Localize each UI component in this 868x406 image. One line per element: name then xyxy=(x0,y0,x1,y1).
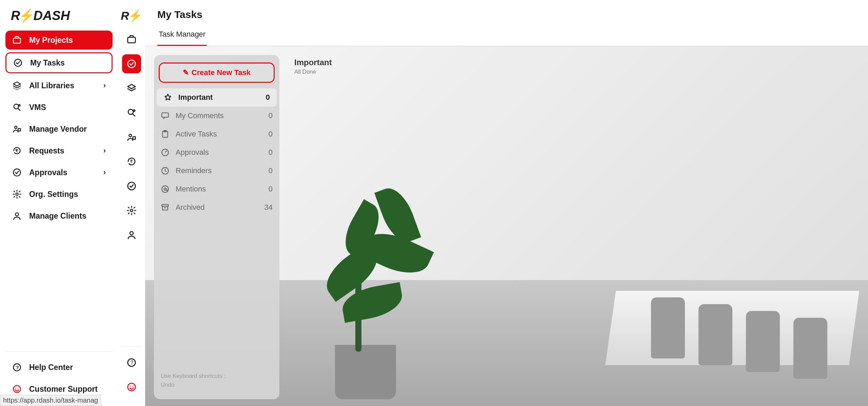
svg-point-23 xyxy=(130,209,133,212)
support-icon xyxy=(12,384,22,394)
nav-list: My Projects My Tasks All Libraries › VMS… xyxy=(5,31,113,351)
category-approvals[interactable]: Approvals 0 xyxy=(154,143,279,162)
sidebar-item-requests[interactable]: ₹ Requests › xyxy=(5,141,113,160)
decorative-chair xyxy=(793,318,827,379)
svg-point-9 xyxy=(15,213,18,216)
help-icon: ? xyxy=(12,363,22,372)
sidebar-narrow: R ⚡ ₹ ? xyxy=(118,0,145,406)
category-count: 0 xyxy=(269,166,273,175)
sidebar-item-my-projects[interactable]: My Projects xyxy=(5,31,113,50)
bolt-icon: ⚡ xyxy=(128,9,142,22)
create-new-task-button[interactable]: ✎ Create New Task xyxy=(159,62,275,83)
vendor-icon xyxy=(12,124,22,134)
category-archived[interactable]: Archived 34 xyxy=(154,198,279,217)
layers-icon xyxy=(12,81,22,90)
brand-dash: DASH xyxy=(33,8,70,23)
svg-text:₹: ₹ xyxy=(15,148,18,153)
category-label: Archived xyxy=(176,203,205,212)
svg-rect-5 xyxy=(18,129,21,131)
narrow-item-requests[interactable]: ₹ xyxy=(122,152,141,171)
hint-line: Use Keyboard shortcuts : xyxy=(161,373,225,379)
narrow-item-my-tasks[interactable] xyxy=(122,54,141,73)
at-icon xyxy=(161,185,170,193)
nav-label: Help Center xyxy=(29,363,73,372)
category-active-tasks[interactable]: Active Tasks 0 xyxy=(154,125,279,143)
hint-undo: Undo xyxy=(161,382,273,388)
sidebar-item-all-libraries[interactable]: All Libraries › xyxy=(5,76,113,95)
svg-rect-20 xyxy=(133,137,136,140)
check-circle-icon xyxy=(13,58,23,68)
tab-task-manager[interactable]: Task Manager xyxy=(157,24,207,46)
svg-point-1 xyxy=(15,59,22,67)
sidebar-item-org-settings[interactable]: Org. Settings xyxy=(5,185,113,204)
sidebar-item-vms[interactable]: VMS xyxy=(5,98,113,117)
chevron-right-icon: › xyxy=(103,146,106,155)
narrow-item-customer-support[interactable] xyxy=(122,377,141,396)
search-settings-icon xyxy=(12,103,22,112)
narrow-item-all-libraries[interactable] xyxy=(122,79,141,98)
narrow-item-approvals[interactable] xyxy=(122,177,141,196)
person-icon xyxy=(12,211,22,221)
page-header: My Tasks xyxy=(145,0,868,24)
sidebar-footer: ? Help Center Customer Support xyxy=(5,351,113,401)
category-reminders[interactable]: Reminders 0 xyxy=(154,162,279,180)
shortcut-hint: Use Keyboard shortcuts : Undo xyxy=(154,368,279,393)
gauge-icon xyxy=(161,148,170,157)
svg-point-17 xyxy=(128,109,133,114)
category-count: 34 xyxy=(264,203,273,212)
svg-point-28 xyxy=(130,386,131,387)
sidebar-item-approvals[interactable]: Approvals › xyxy=(5,163,113,182)
narrow-item-manage-clients[interactable] xyxy=(122,225,141,244)
category-count: 0 xyxy=(269,185,273,193)
pencil-icon: ✎ xyxy=(183,68,189,77)
svg-point-35 xyxy=(162,186,169,192)
narrow-item-vms[interactable] xyxy=(122,103,141,122)
canvas-area: ✎ Create New Task Important 0 My Comment… xyxy=(145,46,868,406)
narrow-item-help-center[interactable]: ? xyxy=(122,353,141,372)
brand-logo-compact: R ⚡ xyxy=(121,9,142,22)
clock-icon xyxy=(161,166,170,175)
narrow-item-org-settings[interactable] xyxy=(122,201,141,220)
create-label: Create New Task xyxy=(192,68,251,77)
comment-icon xyxy=(161,111,170,120)
page-title: My Tasks xyxy=(157,9,856,20)
svg-text:₹: ₹ xyxy=(130,159,133,164)
category-label: Reminders xyxy=(176,166,212,175)
sidebar-item-help-center[interactable]: ? Help Center xyxy=(5,358,113,377)
decorative-chair xyxy=(651,297,685,358)
sidebar-item-manage-clients[interactable]: Manage Clients xyxy=(5,206,113,225)
nav-label: VMS xyxy=(29,103,46,112)
svg-point-22 xyxy=(128,182,136,190)
nav-label: Requests xyxy=(29,146,64,155)
svg-text:?: ? xyxy=(16,365,19,370)
svg-point-19 xyxy=(129,134,132,137)
sidebar-item-my-tasks[interactable]: My Tasks xyxy=(5,52,113,73)
star-icon xyxy=(163,93,172,102)
category-count: 0 xyxy=(266,93,270,102)
nav-label: Customer Support xyxy=(29,385,98,394)
important-subtitle: All Done xyxy=(294,69,410,75)
narrow-item-manage-vendor[interactable] xyxy=(122,128,141,147)
brand-logo: R ⚡ DASH xyxy=(11,8,110,23)
svg-point-8 xyxy=(16,193,18,196)
narrow-item-my-projects[interactable] xyxy=(122,30,141,49)
gear-icon xyxy=(12,189,22,199)
clipboard-icon xyxy=(161,130,170,139)
main-content: My Tasks Task Manager ✎ C xyxy=(145,0,868,406)
nav-label: All Libraries xyxy=(29,81,74,90)
svg-rect-15 xyxy=(128,37,136,43)
decorative-chair xyxy=(746,311,780,372)
nav-label: Approvals xyxy=(29,168,67,177)
important-panel: Important All Done xyxy=(288,55,416,78)
category-my-comments[interactable]: My Comments 0 xyxy=(154,107,279,125)
browser-url-hint: https://app.rdash.io/task-manag xyxy=(0,395,101,406)
nav-label: My Tasks xyxy=(30,58,65,68)
sidebar-item-manage-vendor[interactable]: Manage Vendor xyxy=(5,119,113,139)
archive-icon xyxy=(161,203,170,212)
svg-point-14 xyxy=(18,388,18,389)
rupee-cycle-icon: ₹ xyxy=(12,146,22,155)
category-label: Mentions xyxy=(176,185,206,193)
decorative-plant-pot xyxy=(335,345,396,399)
category-mentions[interactable]: Mentions 0 xyxy=(154,180,279,198)
category-important[interactable]: Important 0 xyxy=(157,88,277,107)
